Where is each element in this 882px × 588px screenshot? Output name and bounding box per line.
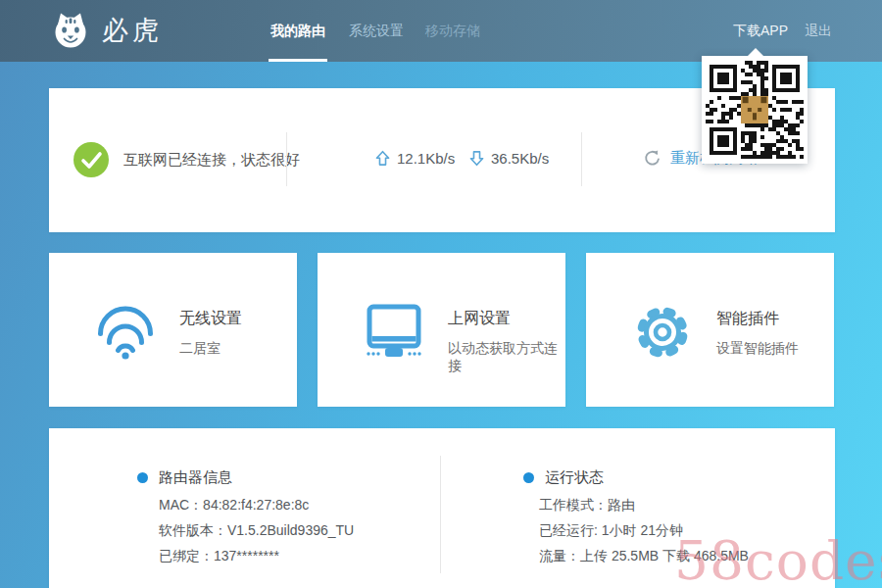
gear-icon [631, 302, 694, 361]
upload-speed-value: 12.1Kb/s [397, 150, 455, 167]
bound-account: 已绑定：137******** [159, 548, 279, 565]
nav-tab-my-router[interactable]: 我的路由 [270, 0, 325, 62]
router-mac: MAC：84:82:f4:27:8e:8c [159, 497, 309, 514]
tiger-logo-icon [51, 11, 90, 50]
uptime: 已经运行: 1小时 21分钟 [539, 522, 683, 540]
download-arrow-icon [468, 150, 485, 167]
bullet-icon [523, 472, 534, 483]
nav-tab-mobile-storage[interactable]: 移动存储 [425, 0, 480, 62]
card-title: 无线设置 [179, 309, 242, 329]
download-speed: 36.5Kb/s [468, 150, 549, 167]
router-admin-page: 必虎 我的路由 系统设置 移动存储 下载APP 退出 互联网已经连接，状态很好 … [0, 0, 882, 588]
card-title: 智能插件 [716, 309, 779, 329]
card-subtitle: 以动态获取方式连接 [448, 340, 565, 375]
firmware-version: 软件版本：V1.5.2Build9396_TU [159, 522, 354, 540]
divider [581, 132, 582, 186]
brand-name: 必虎 [102, 0, 163, 62]
bullet-icon [137, 472, 148, 483]
router-status-panel: 路由器信息 MAC：84:82:f4:27:8e:8c 软件版本：V1.5.2B… [49, 428, 835, 588]
monitor-icon [363, 302, 425, 361]
internet-settings-card[interactable]: 上网设置 以动态获取方式连接 [318, 253, 565, 407]
wifi-icon [94, 302, 157, 361]
divider [286, 132, 287, 186]
card-subtitle: 二居室 [179, 340, 220, 358]
work-mode: 工作模式：路由 [539, 497, 635, 514]
card-title: 上网设置 [448, 309, 511, 329]
download-speed-value: 36.5Kb/s [491, 150, 549, 167]
running-status-title: 运行状态 [545, 468, 604, 487]
connection-status-text: 互联网已经连接，状态很好 [123, 151, 300, 170]
nav-tab-system-settings[interactable]: 系统设置 [349, 0, 404, 62]
wireless-settings-card[interactable]: 无线设置 二居室 [49, 253, 297, 407]
divider [440, 456, 441, 573]
active-tab-underline [269, 59, 327, 62]
download-app-qr-code [706, 61, 804, 159]
traffic: 流量：上传 25.5MB 下载 468.5MB [539, 548, 749, 565]
logout-link[interactable]: 退出 [805, 0, 832, 62]
refresh-icon [643, 149, 662, 168]
router-info-title: 路由器信息 [159, 468, 232, 487]
download-app-qr-popup [702, 56, 808, 164]
upload-arrow-icon [374, 150, 391, 167]
card-subtitle: 设置智能插件 [716, 340, 799, 358]
popup-pointer-arrow [748, 48, 763, 56]
connection-ok-check-icon [74, 142, 109, 177]
smart-plugin-card[interactable]: 智能插件 设置智能插件 [586, 253, 834, 407]
upload-speed: 12.1Kb/s [374, 150, 455, 167]
